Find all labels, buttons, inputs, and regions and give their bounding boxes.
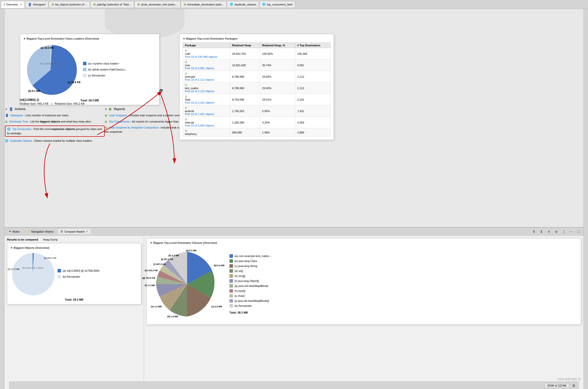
tab-duplicate-classes[interactable]: 🌐 duplicate_classes <box>227 1 259 8</box>
reports-collapse-icon[interactable]: ▼ <box>105 108 107 111</box>
packages-table-row: ⊞ exampleFirst 10 of 2,112 objects8,780,… <box>183 71 331 82</box>
package-link[interactable]: First 10 of 2,101 objects <box>185 101 214 104</box>
packages-table-row: ⊞ comFirst 10 of 9,581 objects10,601,000… <box>183 60 331 71</box>
legend-item-b: (b) dalvik.system.PathClassLo... <box>83 68 127 71</box>
status-bar: 555M of 1024M 🗑 <box>9 382 579 389</box>
legend-color-c <box>83 74 86 77</box>
biggest-objects-title: ▼ Biggest Objects (Overview) <box>10 246 138 249</box>
bottom-tab-compare-basket[interactable]: ⚖ Compare Basket ✕ <box>58 229 90 234</box>
col-top-dom: # Top Dominators <box>295 43 331 48</box>
bottom-tab-notes[interactable]: ✏ Notes <box>6 229 22 234</box>
tab-histogram[interactable]: ▐▌ Histogram <box>25 1 48 8</box>
tab-list-objects[interactable]: ▦ list_objects [selection of ... <box>49 1 90 8</box>
object-sizes: Shallow Size: 445.2 KB | Retained Size: … <box>20 102 84 105</box>
bottom-right-panel: ▼ Biggest Top-Level Dominator Classes (O… <box>144 236 584 382</box>
tab-show-dominator[interactable]: ▦ show_dominator_tree [selec... <box>135 1 180 8</box>
pie-note: Pie chart with 3 slices <box>40 63 62 65</box>
table-icon-1: ▦ <box>52 3 54 6</box>
toolbar-up-btn[interactable]: ⬆ <box>531 229 537 234</box>
tab-path2gc[interactable]: ▦ path2gc [selection of 'Task... <box>90 1 134 8</box>
dominator-tree-link[interactable]: Dominator Tree <box>9 120 28 123</box>
retained-pct-cell: 1.98% <box>260 128 295 137</box>
toolbar-remove-all-btn[interactable]: ⊗ <box>554 229 559 234</box>
dom-classes-collapse[interactable]: ▼ <box>150 241 153 244</box>
tab-immediate-dom[interactable]: ▦ immediate_dominators [sele... <box>181 1 227 8</box>
retained-heap-cell: 1,765,552 <box>230 105 260 117</box>
retained-pct-cell: 5.95% <box>260 105 295 117</box>
top-dom-cell: 4,564 <box>295 117 331 128</box>
dc-color-f <box>229 279 233 283</box>
toolbar-maximize-btn[interactable]: □ <box>576 229 582 234</box>
tab-top-consumers[interactable]: 🌐 top_consumers_html <box>259 1 295 8</box>
package-link[interactable]: First 10 of 7,431 objects <box>185 113 214 116</box>
tab-duplicate-classes-label: duplicate_classes <box>234 3 256 6</box>
bottom-tab-nav-history[interactable]: 🧭 Navigation History <box>24 229 56 234</box>
action-histogram: ▐▌ Histogram : Lists number of instances… <box>5 113 105 118</box>
package-link[interactable]: First 10 of 9,581 objects <box>185 67 214 70</box>
trash-btn[interactable]: 🗑 <box>571 383 577 388</box>
tab-immediate-dom-label: immediate_dominators [sele... <box>187 3 224 6</box>
dominator-classes-title: ▼ Biggest Top-Level Dominator Classes (O… <box>150 241 578 244</box>
compare-basket-close[interactable]: ✕ <box>86 230 88 233</box>
tab-overview-close[interactable]: ✕ <box>20 3 22 6</box>
dom-class-legend-k: (k) Remainder <box>229 304 273 308</box>
leak-suspects-icon: ▦ <box>105 114 107 117</box>
package-cell: ⊞ TaskFirst 10 of 2,101 objects <box>183 94 230 105</box>
packages-table: Package Retained Heap Retained Heap, % #… <box>183 43 331 137</box>
action-dominator-tree: ▦ Dominator Tree : List the biggest obje… <box>5 120 105 124</box>
right-scrollbar[interactable] <box>584 9 588 389</box>
compare-basket-label: Compare Basket <box>64 230 85 233</box>
dom-class-label-b: (b) 6.9 MB <box>214 264 224 267</box>
biggest-objects-collapse[interactable]: ▼ <box>10 246 14 249</box>
dominator-packages-title: ▼ Biggest Top-Level Dominator Packages <box>183 37 331 40</box>
bottom-left-headers: Results to be compared Heap Dump <box>7 238 141 241</box>
biggest-objects-pie-note: Pie chart with 2 slices <box>22 267 44 269</box>
tab-overview[interactable]: ℹ Overview ✕ <box>1 1 25 8</box>
legend-color-a <box>83 62 86 65</box>
legend-item-a: (a) <system class loader> <box>83 62 127 65</box>
dom-class-legend-h: (h) byte[] <box>229 289 273 293</box>
package-cell: ⊞ exampleFirst 10 of 2,112 objects <box>183 71 230 82</box>
leak-suspects-link[interactable]: Leak Suspects <box>109 114 127 117</box>
dc-color-d <box>229 269 233 273</box>
dc-color-g <box>229 284 233 288</box>
packages-collapse-icon[interactable]: ▼ <box>183 37 186 40</box>
dom-classes-total: Total: 28.3 MB <box>229 311 273 314</box>
toolbar-down-btn[interactable]: ⬇ <box>539 229 544 234</box>
left-sidebar <box>0 9 4 389</box>
notes-icon: ✏ <box>9 230 11 233</box>
duplicate-classes-link[interactable]: Duplicate Classes <box>10 139 32 142</box>
table-icon-3: ▦ <box>137 3 140 6</box>
packages-table-row: ⊞ androidFirst 10 of 7,431 objects1,765,… <box>183 105 331 117</box>
top-dom-cell: 2,112 <box>295 82 331 94</box>
collapse-arrow[interactable]: ▼ <box>23 37 27 40</box>
top-components-link[interactable]: Top Components <box>109 120 130 123</box>
package-cell: ⊞ test_mallocFirst 10 of 2,112 objects <box>183 82 230 94</box>
object-info-bar: int[113964] @ Shallow Size: 445.2 KB | R… <box>20 98 84 105</box>
dc-color-b <box>229 259 233 263</box>
dom-class-label-g: (g) 752.9 KB <box>142 277 155 279</box>
leak-snapshot-icon: ▦ <box>105 126 107 129</box>
package-cell: ⊞ androidFirst 10 of 7,431 objects <box>183 105 230 117</box>
dom-class-legend-j: (j) java.util.HashMap$Node[] <box>229 299 273 303</box>
actions-icon: ▐▌ <box>9 107 13 111</box>
memory-status: 555M of 1024M <box>545 383 569 388</box>
package-link[interactable]: First 10 of 4,564 objects <box>185 124 214 127</box>
reports-icon: ▦ <box>109 107 111 111</box>
leak-suspects-snapshot-link[interactable]: Leak Suspects by Snapshot Comparison <box>109 126 158 129</box>
package-link[interactable]: First 10 of 2,112 objects <box>185 78 214 81</box>
toolbar-minimize-btn[interactable]: ─ <box>569 229 574 234</box>
retained-pct-cell: 29.60% <box>260 82 295 94</box>
dom-class-legend-i: (i) char[] <box>229 294 273 298</box>
retained-heap-cell: 29,662,704 <box>230 48 260 60</box>
dom-class-label-i: (i) 397.2 KB <box>153 263 166 265</box>
actions-collapse-icon[interactable]: ▼ <box>5 108 7 111</box>
package-link[interactable]: First 10 of 2,112 objects <box>185 90 214 93</box>
histogram-link[interactable]: Histogram <box>11 114 23 117</box>
toolbar-remove-btn[interactable]: ✕ <box>546 229 552 234</box>
top-consumers-link[interactable]: Top Consumers <box>12 128 31 130</box>
reports-title: Reports <box>114 107 125 111</box>
biggest-obj-color-b <box>58 275 61 278</box>
package-link[interactable]: First 10 of 235.468 objects <box>185 55 217 58</box>
class-loaders-pie-container: Pie chart with 3 slices (a) 19.2 MB (c) … <box>23 43 156 97</box>
